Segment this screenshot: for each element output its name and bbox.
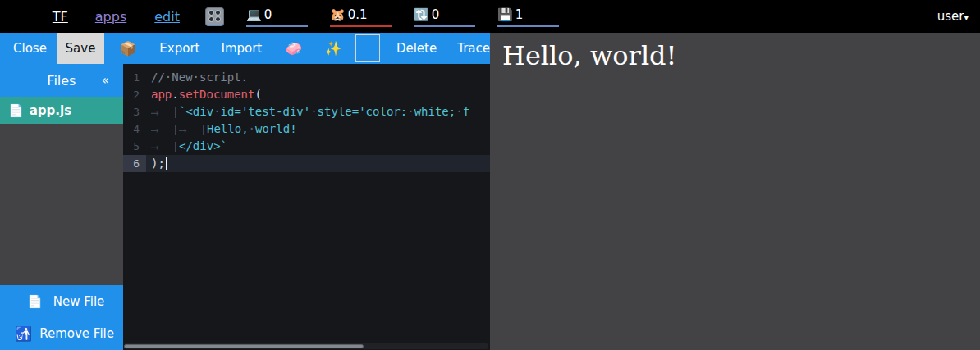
code-lines: 1//·New·script.2app.setDocument(3⟶`<div·… — [123, 64, 490, 172]
scrollbar-thumb[interactable] — [124, 344, 364, 348]
code-line[interactable]: 6); — [123, 155, 490, 172]
code-line[interactable]: 3⟶`<div·id='test-div'·style='color:·whit… — [123, 103, 490, 120]
code-token: ( — [254, 88, 261, 101]
line-number: 2 — [123, 86, 146, 103]
file-name: app.js — [30, 103, 71, 118]
files-header: Files « — [0, 64, 123, 97]
code-text: app.setDocument( — [146, 86, 490, 103]
blank-button[interactable] — [355, 34, 380, 62]
code-line[interactable]: 5⟶</div>` — [123, 138, 490, 155]
import-button[interactable]: Import — [221, 41, 262, 56]
code-token: · — [249, 122, 255, 135]
brand-link-tf[interactable]: TF — [53, 9, 68, 25]
file-item-appjs[interactable]: 📄 app.js — [0, 97, 123, 124]
tab-whitespace-marker: ⟶ — [151, 142, 176, 152]
code-line[interactable]: 1//·New·script. — [123, 69, 490, 86]
line-number: 1 — [123, 69, 146, 86]
horizontal-scrollbar[interactable] — [124, 343, 488, 349]
sunglasses-face-icon: 😎 — [11, 7, 28, 25]
code-token: · — [456, 105, 462, 118]
code-token: setDocument — [179, 88, 255, 101]
user-menu[interactable]: user▾ — [937, 9, 969, 24]
litter-bin-icon: 🚮 — [15, 325, 32, 342]
metric-value: 0 — [432, 7, 440, 22]
chevron-down-icon: ▾ — [964, 12, 969, 23]
code-token: id='test-div' — [221, 105, 311, 118]
metric-cpu[interactable]: 💻 0 — [246, 6, 308, 27]
code-token: white; — [414, 105, 456, 118]
remove-file-label: Remove File — [39, 326, 114, 341]
hamster-icon: 🐹 — [330, 7, 346, 22]
tab-whitespace-marker: ⟶ — [151, 107, 176, 118]
file-list-empty-area — [0, 124, 123, 285]
editor-toolbar: Close Save 📦 Export Import 🧼 ✨ Delete Tr… — [0, 33, 490, 64]
floppy-disk-icon: 💾 — [497, 7, 513, 22]
delete-button[interactable]: Delete — [396, 41, 437, 56]
line-number: 5 — [123, 138, 146, 155]
collapse-sidebar-icon[interactable]: « — [102, 73, 109, 88]
control-knobs-icon[interactable] — [205, 7, 224, 26]
code-token: app — [151, 88, 172, 101]
preview-hello-text: Hello, world! — [502, 41, 980, 71]
code-line[interactable]: 4⟶⟶Hello,·world! — [123, 120, 490, 138]
code-token: · — [213, 105, 220, 118]
code-token: · — [310, 105, 317, 118]
code-text: ⟶`<div·id='test-div'·style='color:·white… — [146, 103, 490, 120]
code-token: </div>` — [179, 139, 227, 152]
laptop-icon: 💻 — [246, 7, 262, 22]
metric-sync[interactable]: 🔃 0 — [414, 6, 475, 27]
save-button[interactable]: Save — [57, 33, 104, 64]
code-token: . — [172, 88, 178, 101]
code-token: //·New·script. — [151, 70, 248, 84]
new-file-label: New File — [53, 294, 105, 309]
line-number: 4 — [123, 120, 146, 138]
tab-whitespace-marker: ⟶ — [179, 125, 204, 135]
code-token: · — [407, 105, 414, 118]
code-token: `<div — [179, 105, 213, 118]
code-token: Hello, — [207, 122, 249, 135]
code-line[interactable]: 2app.setDocument( — [123, 86, 490, 103]
metric-saves[interactable]: 💾 1 — [497, 6, 559, 27]
code-editor[interactable]: 1//·New·script.2app.setDocument(3⟶`<div·… — [123, 64, 490, 350]
nav-link-apps[interactable]: apps — [95, 9, 126, 25]
trace-button[interactable]: Trace — [457, 41, 490, 56]
app-window: 😎 TF apps edit 💻 0 🐹 0.1 🔃 0 💾 1 user▾ C… — [0, 0, 980, 350]
code-text: ); — [146, 155, 490, 172]
topbar: 😎 TF apps edit 💻 0 🐹 0.1 🔃 0 💾 1 user▾ — [0, 0, 980, 33]
code-token: style='color: — [318, 105, 408, 118]
metric-hamster[interactable]: 🐹 0.1 — [330, 6, 392, 27]
text-cursor — [166, 157, 167, 170]
clockwise-arrows-icon: 🔃 — [414, 7, 429, 22]
nav-link-edit[interactable]: edit — [154, 9, 180, 25]
app-preview-panel: Hello, world! — [490, 33, 980, 350]
page-icon: 📄 — [27, 294, 43, 309]
code-text: //·New·script. — [146, 69, 490, 86]
sparkles-icon-button[interactable]: ✨ — [324, 40, 341, 57]
code-token: ); — [151, 157, 165, 170]
metric-value: 0 — [264, 7, 272, 22]
package-icon-button[interactable]: 📦 — [119, 40, 136, 57]
close-button[interactable]: Close — [13, 41, 47, 56]
soap-icon-button[interactable]: 🧼 — [285, 40, 302, 57]
metric-value: 0.1 — [348, 7, 368, 22]
files-header-label: Files — [0, 73, 102, 89]
line-number: 6 — [123, 155, 146, 172]
code-text: ⟶</div>` — [146, 138, 490, 155]
metric-value: 1 — [515, 7, 524, 22]
line-number: 3 — [123, 103, 146, 120]
tab-whitespace-marker: ⟶ — [151, 125, 176, 135]
remove-file-button[interactable]: 🚮 Remove File — [0, 317, 123, 350]
files-sidebar: Files « 📄 app.js 📄 New File 🚮 Remove — [0, 64, 123, 350]
editor-pane: Close Save 📦 Export Import 🧼 ✨ Delete Tr… — [0, 33, 490, 350]
code-token: f — [463, 105, 469, 118]
export-button[interactable]: Export — [159, 41, 199, 56]
new-file-button[interactable]: 📄 New File — [0, 285, 123, 317]
code-token: world! — [255, 122, 297, 135]
code-text: ⟶⟶Hello,·world! — [146, 120, 490, 138]
document-icon: 📄 — [8, 103, 24, 118]
